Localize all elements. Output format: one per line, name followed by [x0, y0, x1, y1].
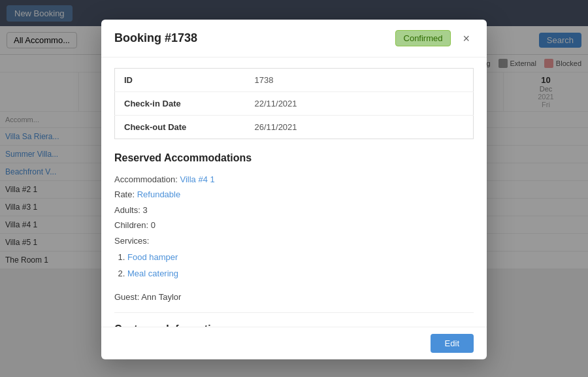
booking-info-table: ID 1738 Check-in Date 22/11/2021 Check-o… — [114, 68, 474, 139]
modal-overlay: Booking #1738 Confirmed × ID 1738 Check-… — [0, 0, 588, 377]
modal-header-right: Confirmed × — [395, 30, 474, 46]
adults-line: Adults: 3 — [114, 203, 474, 218]
status-badge: Confirmed — [395, 30, 451, 46]
table-row-checkout: Check-out Date 26/11/2021 — [115, 116, 474, 139]
checkin-label: Check-in Date — [115, 92, 246, 116]
modal-footer: Edit — [101, 327, 487, 359]
modal-title: Booking #1738 — [114, 31, 197, 45]
modal-header: Booking #1738 Confirmed × — [101, 20, 487, 57]
guest-line: Guest: Ann Taylor — [114, 292, 474, 313]
service-2: Meal catering — [127, 266, 474, 281]
accommodation-link[interactable]: Villa #4 1 — [180, 174, 214, 184]
id-value: 1738 — [246, 69, 474, 92]
table-row-id: ID 1738 — [115, 69, 474, 92]
checkout-label: Check-out Date — [115, 116, 246, 139]
service-1: Food hamper — [127, 250, 474, 265]
booking-modal: Booking #1738 Confirmed × ID 1738 Check-… — [101, 20, 487, 359]
accommodation-label: Accommodation: — [114, 174, 178, 184]
services-line: Services: Food hamper Meal catering — [114, 233, 474, 282]
service-food-hamper-link[interactable]: Food hamper — [127, 252, 178, 262]
services-list: Food hamper Meal catering — [127, 250, 474, 282]
reserved-details: Accommodation: Villa #4 1 Rate: Refundab… — [114, 172, 474, 282]
guest-value: Ann Taylor — [141, 292, 181, 302]
adults-label: Adults: — [114, 205, 140, 215]
reserved-section-title: Reserved Accommodations — [114, 152, 474, 164]
table-row-checkin: Check-in Date 22/11/2021 — [115, 92, 474, 116]
service-meal-catering-link[interactable]: Meal catering — [127, 269, 178, 278]
children-line: Children: 0 — [114, 218, 474, 233]
guest-label: Guest: — [114, 292, 139, 302]
children-label: Children: — [114, 220, 148, 230]
accommodation-line: Accommodation: Villa #4 1 — [114, 172, 474, 187]
edit-button[interactable]: Edit — [431, 334, 474, 353]
services-label: Services: — [114, 236, 149, 246]
rate-line: Rate: Refundable — [114, 187, 474, 202]
checkin-value: 22/11/2021 — [246, 92, 474, 116]
checkout-value: 26/11/2021 — [246, 116, 474, 139]
reserved-section: Reserved Accommodations Accommodation: V… — [114, 152, 474, 282]
children-value: 0 — [151, 220, 155, 230]
rate-label: Rate: — [114, 189, 135, 199]
id-label: ID — [115, 69, 246, 92]
modal-body: ID 1738 Check-in Date 22/11/2021 Check-o… — [101, 57, 487, 327]
adults-value: 3 — [142, 205, 147, 215]
close-button[interactable]: × — [459, 31, 474, 46]
rate-link[interactable]: Refundable — [137, 189, 181, 199]
